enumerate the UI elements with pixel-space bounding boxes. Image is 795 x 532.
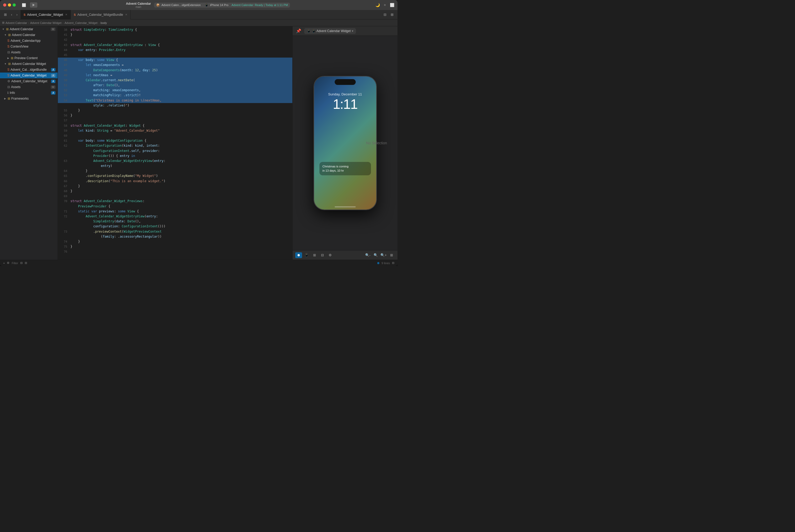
pin-button[interactable]: 📌 [295, 28, 302, 34]
zoom-max-btn[interactable]: ⊞ [388, 252, 395, 258]
preview-settings-btn[interactable]: ⚙ [327, 252, 334, 258]
add-icon[interactable]: ＋ [383, 3, 387, 7]
tab-widget[interactable]: S Advent_Calendar_Widget ✕ [20, 10, 71, 19]
sidebar-toggle-icon[interactable]: ⬜ [20, 2, 28, 8]
swift-icon-tab1: S [24, 13, 25, 16]
close-button[interactable] [3, 3, 6, 6]
status-indicator [377, 262, 379, 264]
project-info: Advent Calendar main [126, 2, 151, 8]
run-button[interactable] [30, 2, 37, 7]
moon-icon[interactable]: 🌙 [375, 3, 380, 7]
titlebar-right: 🌙 ＋ ⬜ [375, 3, 394, 7]
sidebar-item-assets2[interactable]: ⊟ Assets M [0, 84, 58, 90]
preview-play-btn[interactable]: ⏺ [295, 252, 302, 258]
preview-device-btn[interactable]: 📱 [303, 252, 310, 258]
code-line-61: 61 var body: some WidgetConfiguration { [58, 138, 292, 143]
zoom-fit-btn[interactable]: 🔍 [372, 252, 379, 258]
preview-toolbar-left: ⏺ 📱 ⊞ ⊟ ⚙ [295, 252, 334, 258]
sidebar-label-assets2: Assets [11, 85, 20, 89]
main-content: ▼ ⊞ Advent Calendar M ▼ ⊞ Advent Calenda… [0, 26, 398, 260]
code-editor[interactable]: 38 struct SimpleEntry: TimelineEntry { 4… [58, 26, 292, 260]
nav-back-btn[interactable]: ‹ [9, 12, 14, 17]
code-line-72a: 72 Advent_Calendar_WidgetEntryView(entry… [58, 214, 292, 219]
status-text: Advent Calendar: Ready | Today at 1:11 P… [232, 3, 288, 6]
assets2-icon: ⊟ [7, 85, 10, 89]
code-line-59: 59 let kind: String = "Advent_Calendar_W… [58, 128, 292, 133]
zoom-in-btn[interactable]: 🔍+ [380, 252, 387, 258]
minimize-button[interactable] [8, 3, 11, 6]
breadcrumb: ⊞ Advent Calendar › Advent Calendar Widg… [0, 19, 398, 26]
project-name: Advent Calendar [126, 2, 151, 5]
status-bar-left: + ⚙ Filter ⊟ ⊟ [3, 261, 27, 265]
bc-part1[interactable]: Advent Calendar [5, 21, 27, 24]
badge-m-assets2: M [51, 86, 55, 89]
flag-btn[interactable]: ⊟ [25, 261, 27, 265]
inspector-btn[interactable]: ⊟ [392, 261, 394, 265]
bc-part3[interactable]: Advent_Calendar_Widget [65, 21, 97, 24]
preview-toolbar-right: 🔍- 🔍 🔍+ ⊞ [364, 252, 395, 258]
hierarchy-btn[interactable]: ⊟ [20, 261, 23, 265]
gear-icon-widget: ⚙ [7, 79, 10, 83]
sidebar-item-frameworks[interactable]: ▶ ⊞ Frameworks [0, 96, 58, 101]
sidebar-label-frameworks: Frameworks [11, 97, 29, 100]
widget-line2: in 13 days, 10 hr [323, 169, 368, 173]
sidebar-item-preview-content[interactable]: ▶ ⊞ Preview Content [0, 55, 58, 61]
bc-sep1: › [28, 21, 29, 24]
preview-layout-btn[interactable]: ⊟ [319, 252, 326, 258]
code-line-65: 65 .configurationDisplayName("My Widget"… [58, 173, 292, 178]
bc-part2[interactable]: Advent Calendar Widget [30, 21, 61, 24]
no-selection-label: No Selection [366, 141, 387, 145]
code-line-72b: SimpleEntry(date: Date(), [58, 219, 292, 224]
code-line-42: 42 [58, 37, 292, 42]
sidebar-item-advent-calendar[interactable]: ▼ ⊞ Advent Calendar [0, 32, 58, 38]
sidebar-item-widget-settings[interactable]: ⚙ Advent_Calendar_Widget A [0, 78, 58, 84]
add-file-btn[interactable]: + [3, 262, 5, 265]
maximize-button[interactable] [13, 3, 16, 6]
code-line-63a: 63 Advent_Calendar_WidgetEntryView(entry… [58, 158, 292, 164]
tab-bundle[interactable]: S Advent_Calendar_WidgetBundle ✕ [71, 10, 131, 19]
code-line-62a: 62 IntentConfiguration(kind: kind, inten… [58, 143, 292, 148]
code-line-73a: 73 .previewContext(WidgetPreviewContext [58, 229, 292, 234]
widget-selector-btn[interactable]: 📱 📱 Advent Calendar Widget ▾ [304, 28, 356, 34]
badge-a-settings: A [51, 80, 55, 83]
sidebar-item-widget-group[interactable]: ▼ ⊞ Advent Calendar Widget [0, 61, 58, 67]
swift-icon-bundle: S [7, 68, 10, 72]
panel-toggle-icon[interactable]: ⬜ [390, 3, 394, 7]
preview-content: Sunday, December 11 1:11 Christmas is co… [292, 36, 398, 250]
device-icon: 📱 [205, 3, 208, 7]
zoom-out-btn[interactable]: 🔍- [364, 252, 371, 258]
minimap-btn[interactable]: ⊞ [389, 12, 395, 17]
preview-grid-btn[interactable]: ⊞ [311, 252, 318, 258]
sidebar-item-bundle[interactable]: S Advent_Cal…idgetBundle A [0, 67, 58, 73]
tab2-close[interactable]: ✕ [125, 13, 127, 16]
sidebar-item-info[interactable]: ℹ Info A [0, 90, 58, 96]
preview-toolbar: ⏺ 📱 ⊞ ⊟ ⚙ 🔍- 🔍 🔍+ ⊞ [292, 250, 398, 260]
device-name: iPhone 14 Pro [210, 3, 228, 6]
bc-icon: ⊞ [2, 21, 4, 24]
code-line-66: 66 .description("This is an example widg… [58, 179, 292, 184]
sidebar: ▼ ⊞ Advent Calendar M ▼ ⊞ Advent Calenda… [0, 26, 58, 260]
bc-part4[interactable]: body [101, 21, 107, 24]
filter-label: Filter [12, 262, 18, 265]
split-btn[interactable]: ⊟ [382, 12, 388, 17]
sidebar-item-app[interactable]: S Advent_CalendarApp [0, 38, 58, 44]
sidebar-item-assets[interactable]: ⊟ Assets [0, 50, 58, 55]
code-line-60: 60 [58, 133, 292, 138]
sidebar-item-contentview[interactable]: S ContentView [0, 44, 58, 50]
scheme-selector[interactable]: 📦 Advent Calen…idgetExtension › 📱 iPhone… [154, 3, 290, 7]
folder-icon-sub: ⊞ [8, 33, 11, 37]
sidebar-item-widget-selected[interactable]: S Advent_Calendar_Widget A [0, 73, 58, 78]
sidebar-label-cv: ContentView [11, 45, 29, 49]
sidebar-label-advent-calendar: Advent Calendar [12, 33, 35, 37]
sidebar-label-widget-group: Advent Calendar Widget [12, 62, 46, 66]
filter-btn[interactable]: ⚙ [7, 261, 10, 265]
sidebar-label-widget-settings: Advent_Calendar_Widget [11, 79, 47, 83]
folder-icon-frameworks: ⊞ [7, 97, 10, 100]
tab1-close[interactable]: ✕ [65, 13, 67, 16]
sidebar-grid-btn[interactable]: ⊞ [2, 12, 9, 17]
sidebar-item-advent-calendar-root[interactable]: ▼ ⊞ Advent Calendar M [0, 26, 58, 32]
code-line-44: 44 var entry: Provider.Entry [58, 48, 292, 53]
preview-panel: 📌 📱 📱 Advent Calendar Widget ▾ [292, 26, 398, 260]
preview-header: 📌 📱 📱 Advent Calendar Widget ▾ [292, 26, 398, 36]
nav-forward-btn[interactable]: › [15, 12, 19, 17]
